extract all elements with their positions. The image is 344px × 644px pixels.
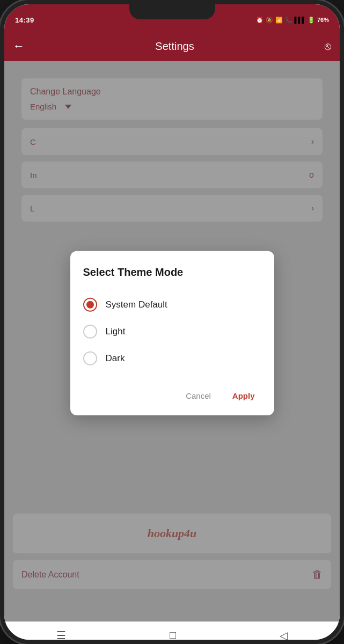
logout-button[interactable]: ⎋ [325,40,331,53]
option-light-label: Light [106,326,126,337]
signal-icon: ▌▌▌ [295,17,305,23]
call-icon: 📞 [285,17,292,24]
radio-dark [83,352,97,365]
option-dark[interactable]: Dark [83,345,261,372]
menu-nav-icon[interactable]: ☰ [56,629,66,642]
dialog-actions: Cancel Apply [83,383,261,405]
phone-frame: 14:39 ⏰ 🔕 📶 📞 ▌▌▌ 🔋 76% ← Settings ⎋ Cha… [0,0,344,644]
cancel-button[interactable]: Cancel [179,387,217,405]
option-light[interactable]: Light [83,318,261,345]
app-bar: ← Settings ⎋ [4,31,340,61]
theme-mode-dialog: Select Theme Mode System Default Light D… [70,251,274,415]
notch [129,4,215,19]
screen-body: Change Language English C › In o L › [4,61,340,621]
radio-system-default [83,298,97,312]
back-button[interactable]: ← [13,39,25,53]
bottom-nav: ☰ □ ◁ [4,621,340,644]
battery-level: 76% [317,17,329,23]
apply-button[interactable]: Apply [226,387,261,405]
battery-icon: 🔋 [308,17,315,24]
alarm-icon: ⏰ [256,17,264,24]
option-system-default[interactable]: System Default [83,291,261,318]
status-time: 14:39 [15,16,34,24]
wifi-icon: 📶 [275,17,283,24]
dialog-title: Select Theme Mode [83,266,261,279]
home-nav-icon[interactable]: □ [170,629,176,641]
radio-light [83,325,97,339]
status-icons: ⏰ 🔕 📶 📞 ▌▌▌ 🔋 76% [256,17,329,24]
app-bar-title: Settings [155,40,194,53]
back-nav-icon[interactable]: ◁ [280,629,288,642]
option-dark-label: Dark [106,353,125,364]
mute-icon: 🔕 [266,17,273,24]
option-system-default-label: System Default [106,299,167,310]
radio-inner-selected [86,301,94,309]
